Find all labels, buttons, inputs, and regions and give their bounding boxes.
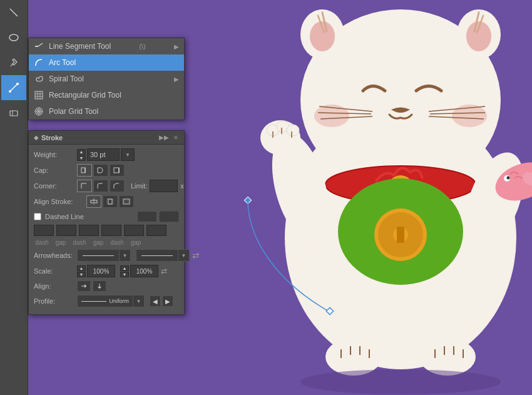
corner-round-btn[interactable] [93, 180, 108, 192]
swap-arrowheads-btn[interactable]: ⇄ [192, 250, 200, 260]
tool-label-spiral: Spiral Tool [49, 74, 84, 83]
align-stroke-btns [86, 195, 134, 208]
profile-next-btn[interactable]: ▶ [162, 295, 173, 307]
panel-collapse-btn[interactable]: ▶▶ [158, 134, 170, 141]
svg-point-4 [16, 83, 19, 85]
dash-2[interactable] [79, 225, 99, 236]
tool-item-spiral[interactable]: Spiral Tool ▶ [29, 71, 184, 87]
arrowhead-start-dropdown[interactable]: ▼ [120, 249, 131, 262]
tool-selected[interactable] [1, 75, 26, 100]
tool-ellipse[interactable] [1, 25, 26, 50]
dashed-box-2 [159, 211, 179, 222]
svg-rect-75 [397, 227, 404, 243]
arrowhead-end: ▼ [136, 249, 190, 262]
profile-line [81, 301, 106, 302]
weight-unit-arrow: ▼ [125, 152, 130, 158]
align-outside-btn[interactable] [119, 195, 134, 208]
tool-line[interactable] [1, 0, 26, 25]
dash-3[interactable] [124, 225, 144, 236]
dashed-checkbox[interactable] [34, 213, 41, 220]
panel-menu-btn[interactable]: ≡ [173, 134, 179, 141]
profile-name: Uniform [109, 298, 129, 304]
weight-label: Weight: [34, 151, 74, 158]
profile-select[interactable]: Uniform [77, 295, 133, 307]
gap-3[interactable] [146, 225, 166, 236]
scale-end-group: ▲ ▼ [120, 265, 158, 277]
line-segment-icon [34, 41, 44, 51]
dashed-box-1 [137, 211, 157, 222]
scale-link-btn[interactable]: ⇄ [161, 267, 167, 275]
stroke-panel-header: ◆ Stroke ▶▶ ≡ [29, 131, 184, 145]
gap-2[interactable] [101, 225, 121, 236]
limit-input[interactable] [150, 180, 178, 192]
scale-end-input[interactable] [130, 265, 158, 277]
svg-rect-30 [125, 200, 128, 203]
align-inside-btn[interactable] [103, 195, 118, 208]
arrowhead-end-select[interactable] [136, 249, 178, 262]
scale-end-down[interactable]: ▼ [120, 272, 129, 277]
arrowhead-end-arrow: ▼ [182, 253, 187, 259]
scale-end-up[interactable]: ▲ [120, 265, 129, 271]
profile-row: Profile: Uniform ▼ ◀ ▶ [34, 295, 179, 307]
tool-label-arc: Arc Tool [49, 58, 76, 67]
scale-end-spinner[interactable]: ▲ ▼ [120, 265, 129, 277]
align-center-btn[interactable] [86, 195, 101, 208]
svg-point-68 [507, 177, 510, 180]
scale-row: Scale: ▲ ▼ ▲ ▼ ⇄ [34, 265, 179, 277]
cap-label: Cap: [34, 167, 74, 174]
scale-start-input[interactable] [87, 265, 115, 277]
dashed-label: Dashed Line [45, 213, 84, 220]
polar-grid-icon [34, 106, 44, 116]
corner-row: Corner: Limit: [34, 180, 179, 192]
gap-1[interactable] [56, 225, 76, 236]
tool-item-arc[interactable]: Arc Tool [29, 54, 184, 71]
cap-butt-btn[interactable] [77, 164, 92, 177]
profile-prev-btn[interactable]: ◀ [150, 295, 161, 307]
arrowhead-start-select[interactable] [77, 249, 120, 262]
align-btn-1[interactable] [77, 280, 91, 292]
svg-rect-10 [35, 91, 43, 99]
arrowhead-start-arrow: ▼ [123, 253, 128, 259]
corner-btn-group [77, 180, 125, 192]
arc-icon [34, 58, 44, 68]
weight-input-group: ▲ ▼ ▼ [77, 148, 135, 161]
scale-start-spinner[interactable]: ▲ ▼ [77, 265, 86, 277]
weight-unit-dropdown[interactable]: ▼ [121, 148, 135, 161]
dash-1[interactable] [34, 225, 54, 236]
gap-label-1: gap [53, 239, 69, 246]
arrowhead-line [83, 255, 114, 256]
profile-dropdown-btn[interactable]: ▼ [133, 295, 145, 307]
dash-label-3: dash [109, 239, 125, 246]
svg-point-86 [300, 369, 501, 394]
canvas-area [194, 0, 532, 395]
tool-item-line-segment[interactable]: Line Segment Tool (\) ▶ [29, 38, 184, 54]
weight-input[interactable] [87, 148, 120, 161]
scale-start-up[interactable]: ▲ [77, 265, 86, 271]
scale-start-down[interactable]: ▼ [77, 272, 86, 277]
weight-down[interactable]: ▼ [77, 155, 86, 161]
tool-item-rect-grid[interactable]: Rectangular Grid Tool [29, 87, 184, 103]
svg-rect-6 [10, 111, 18, 116]
cap-square-btn[interactable] [110, 164, 125, 177]
tool-item-polar-grid[interactable]: Polar Grid Tool [29, 103, 184, 120]
arrowhead-end-dropdown[interactable]: ▼ [178, 249, 190, 262]
tool-flyout-menu: Line Segment Tool (\) ▶ Arc Tool Spiral … [28, 38, 185, 120]
align-btn-2[interactable] [93, 280, 106, 292]
arrowheads-row: Arrowheads: ▼ ▼ ⇄ [34, 249, 179, 262]
tool-pen[interactable] [1, 50, 26, 75]
dash-label-1: dash [34, 239, 50, 246]
weight-spinner[interactable]: ▲ ▼ [77, 149, 86, 161]
arrowhead-start: ▼ [77, 249, 131, 262]
dash-gap-row [34, 225, 179, 236]
tool-eraser[interactable] [1, 100, 26, 125]
dash-gap-labels-row: dash gap dash gap dash gap [34, 239, 179, 246]
weight-up[interactable]: ▲ [77, 149, 86, 155]
gap-label-2: gap [90, 239, 106, 246]
corner-miter-btn[interactable] [77, 180, 92, 192]
cap-round-btn[interactable] [93, 164, 108, 177]
svg-rect-29 [123, 199, 130, 204]
profile-dropdown-arrow: ▼ [136, 299, 141, 304]
limit-x: x [180, 182, 184, 190]
corner-bevel-btn[interactable] [110, 180, 125, 192]
svg-rect-21 [81, 168, 85, 173]
